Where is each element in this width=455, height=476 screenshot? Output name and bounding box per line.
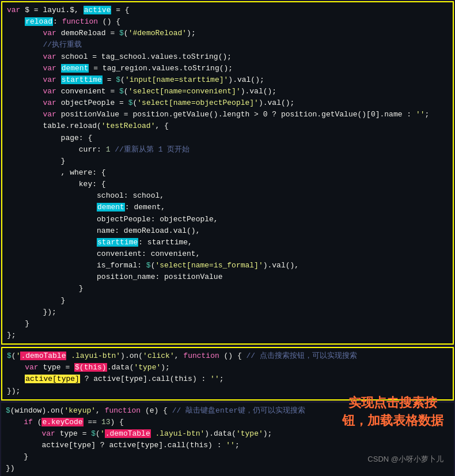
code-line: active[type] ? active[type].call(this) :… [6, 440, 449, 451]
code-line: var school = tag_school.values.toString(… [7, 51, 448, 63]
code-line: dement: dement, [7, 202, 448, 213]
code-line: , where: { [7, 167, 448, 179]
annotation-text: 实现点击搜索按 钮，加载表格数据 [342, 394, 443, 430]
code-line: page: { [7, 133, 448, 144]
code-line: key: { [7, 179, 448, 190]
code-line: curr: 1 //重新从第 1 页开始 [7, 144, 448, 156]
code-line: }) [6, 463, 449, 474]
code-line: var dement = tag_region.values.toString(… [7, 63, 448, 74]
code-line: reload: function () { [7, 16, 448, 28]
code-line: name: demoReload.val(), [7, 225, 448, 237]
code-line: } [7, 283, 448, 294]
code-line: convenient: convenient, [7, 248, 448, 260]
code-line: }; [7, 330, 448, 341]
code-line: } [7, 295, 448, 307]
code-line: var $ = layui.$, active = { [7, 5, 448, 16]
code-line: $('.demoTable .layui-btn').on('click', f… [7, 350, 448, 362]
code-line: var convenient = $('select[name=convenie… [7, 86, 448, 97]
code-line: active[type] ? active[type].call(this) :… [7, 373, 448, 385]
code-line: } [7, 156, 448, 167]
code-line: var positionValue = position.getValue().… [7, 109, 448, 120]
top-code-block: var $ = layui.$, active = { reload: func… [1, 1, 454, 345]
code-line: is_formal: $('select[name=is_formal]').v… [7, 260, 448, 271]
code-line: var starttime = $('input[name=starttime]… [7, 74, 448, 86]
code-line: var objectPeople = $('select[name=object… [7, 97, 448, 109]
csdn-credit: CSDN @小呀小萝卜儿 [367, 454, 443, 464]
code-line: table.reload('testReload', { [7, 120, 448, 132]
code-line: school: school, [7, 190, 448, 202]
middle-code-block: $('.demoTable .layui-btn').on('click', f… [1, 347, 454, 401]
code-line: } [7, 318, 448, 330]
code-line: starttime: starttime, [7, 237, 448, 248]
code-line: objectPeople: objectPeople, [7, 214, 448, 225]
code-line: //执行重载 [7, 39, 448, 51]
code-line: var demoReload = $('#demoReload'); [7, 28, 448, 39]
code-line: var type = $(this).data('type'); [7, 362, 448, 373]
code-line: position_name: positionValue [7, 271, 448, 283]
code-line: }); [7, 307, 448, 318]
